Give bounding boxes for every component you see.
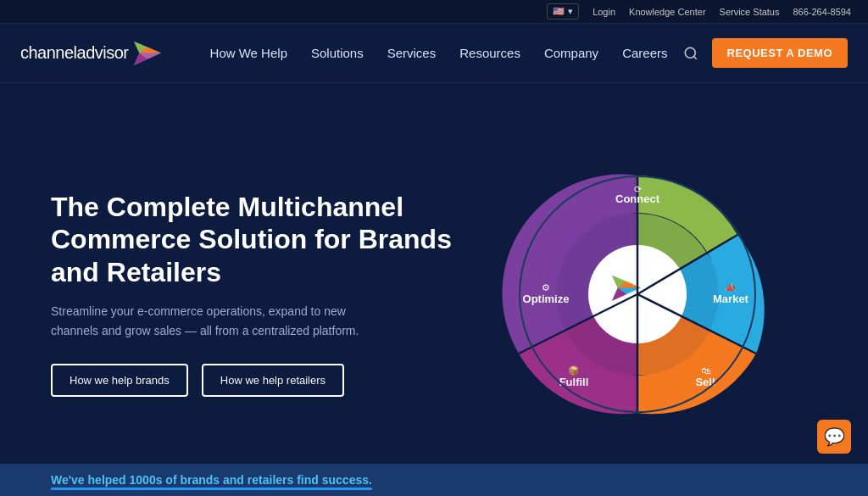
flag-icon: 🇺🇸 <box>553 6 565 17</box>
svg-text:Market: Market <box>713 293 749 305</box>
dropdown-arrow: ▾ <box>568 6 573 17</box>
main-navbar: channeladvisor How We Help Solutions Ser… <box>0 24 868 83</box>
nav-links: How We Help Solutions Services Resources… <box>195 46 683 60</box>
hero-section: The Complete Multichannel Commerce Solut… <box>0 83 868 496</box>
svg-text:📦: 📦 <box>568 365 580 376</box>
logo-icon <box>134 42 161 65</box>
bottom-bar-text: We've helped 1000s of brands and retaile… <box>51 473 372 487</box>
hero-left: The Complete Multichannel Commerce Solut… <box>51 191 458 397</box>
hero-right: Connect ⟳ Market 📣 Sell 🛍 Fulfill 📦 Opti… <box>458 150 817 438</box>
svg-text:Connect: Connect <box>615 192 660 205</box>
language-selector[interactable]: 🇺🇸 ▾ <box>547 3 579 20</box>
service-status-link[interactable]: Service Status <box>720 7 780 17</box>
nav-link-company[interactable]: Company <box>544 46 598 60</box>
hero-subtitle: Streamline your e-commerce operations, e… <box>51 302 390 340</box>
help-retailers-button[interactable]: How we help retailers <box>202 364 344 397</box>
hero-buttons: How we help brands How we help retailers <box>51 364 458 397</box>
nav-link-solutions[interactable]: Solutions <box>311 46 364 60</box>
svg-line-6 <box>693 56 696 59</box>
nav-link-services[interactable]: Services <box>387 46 437 60</box>
nav-link-careers[interactable]: Careers <box>622 46 667 60</box>
chat-button[interactable]: 💬 <box>817 420 851 454</box>
wheel-svg: Connect ⟳ Market 📣 Sell 🛍 Fulfill 📦 Opti… <box>493 150 782 438</box>
nav-right: REQUEST A DEMO <box>683 38 849 68</box>
svg-text:Optimize: Optimize <box>523 293 570 305</box>
chat-icon: 💬 <box>824 426 845 447</box>
nav-link-how-we-help[interactable]: How We Help <box>210 46 287 60</box>
wheel-diagram: Connect ⟳ Market 📣 Sell 🛍 Fulfill 📦 Opti… <box>493 150 782 438</box>
svg-text:📣: 📣 <box>725 281 737 293</box>
hero-title: The Complete Multichannel Commerce Solut… <box>51 191 458 288</box>
nav-link-resources[interactable]: Resources <box>459 46 520 60</box>
knowledge-center-link[interactable]: Knowledge Center <box>629 7 706 17</box>
bottom-bar: We've helped 1000s of brands and retaile… <box>0 464 868 496</box>
utility-bar: 🇺🇸 ▾ Login Knowledge Center Service Stat… <box>0 0 868 24</box>
svg-point-5 <box>685 47 695 58</box>
svg-text:⟳: ⟳ <box>634 184 642 194</box>
phone-number: 866-264-8594 <box>793 7 851 17</box>
request-demo-button[interactable]: REQUEST A DEMO <box>712 38 849 68</box>
logo[interactable]: channeladvisor <box>20 42 161 65</box>
search-button[interactable] <box>683 46 698 61</box>
svg-text:⚙: ⚙ <box>542 282 550 293</box>
logo-text: channeladvisor <box>20 43 129 63</box>
svg-text:🛍: 🛍 <box>701 365 711 376</box>
login-link[interactable]: Login <box>593 7 615 17</box>
search-icon <box>683 46 698 61</box>
help-brands-button[interactable]: How we help brands <box>51 364 188 397</box>
